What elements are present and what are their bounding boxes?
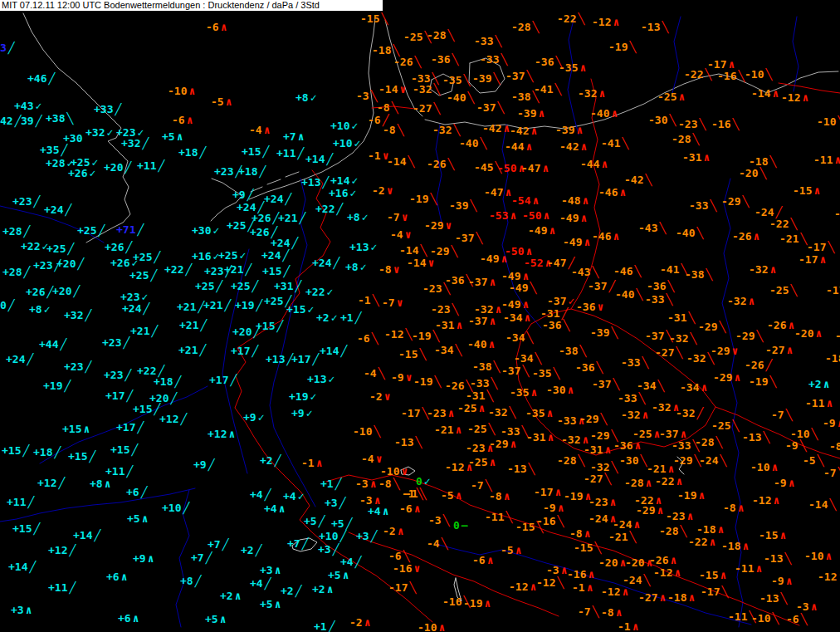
pressure-tendency-value: -10	[168, 85, 187, 97]
tendency-characteristic-icon: ∧	[815, 327, 822, 340]
pressure-tendency-value: -9	[391, 371, 404, 384]
station-report: -10╲	[790, 429, 818, 439]
pressure-tendency-value: -37	[588, 280, 607, 292]
pressure-tendency-value: -18	[372, 44, 391, 56]
tendency-characteristic-icon: ∧	[383, 505, 389, 517]
pressure-tendency-value: -29	[698, 321, 717, 333]
tendency-characteristic-icon: ╲	[642, 356, 648, 369]
pressure-tendency-value: -38	[559, 345, 578, 357]
pressure-tendency-value: -19	[677, 489, 696, 502]
tendency-characteristic-icon: ∧	[613, 230, 619, 243]
tendency-characteristic-icon: ╲	[419, 348, 426, 360]
tendency-characteristic-icon: ╱	[141, 486, 148, 498]
pressure-tendency-value: -32	[590, 461, 609, 473]
tendency-characteristic-icon: ∧	[26, 604, 32, 616]
tendency-characteristic-icon: ╲	[594, 541, 601, 554]
pressure-tendency-value: -15	[360, 12, 379, 25]
station-report: +9✓	[243, 412, 264, 423]
pressure-tendency-value: +9	[193, 458, 207, 471]
tendency-characteristic-icon: ╱	[137, 223, 144, 236]
pressure-tendency-value: +9	[232, 189, 246, 201]
pressure-tendency-value: -53	[489, 209, 508, 222]
tendency-characteristic-icon: ╱	[371, 530, 378, 542]
station-report: -1∧	[618, 621, 638, 632]
station-report: +4╱	[250, 578, 271, 589]
station-report: +11╱	[276, 148, 304, 159]
station-report: +3╱	[325, 497, 345, 508]
pressure-tendency-value: -10	[804, 550, 823, 562]
pressure-tendency-value: -5	[803, 454, 816, 467]
tendency-characteristic-icon: ✓	[354, 137, 360, 149]
tendency-characteristic-icon: ╲	[699, 118, 706, 130]
pressure-tendency-value: -25	[657, 91, 676, 103]
pressure-tendency-value: -8	[377, 101, 390, 114]
pressure-tendency-value: -27	[413, 102, 432, 115]
station-report: -49∧	[480, 253, 507, 264]
pressure-tendency-value: +25	[133, 251, 152, 263]
station-report: -41╲	[601, 138, 628, 149]
station-report: -1	[834, 208, 840, 219]
station-report: +21╱	[203, 300, 231, 311]
pressure-tendency-value: -2	[349, 616, 363, 629]
tendency-characteristic-icon: ╱	[151, 325, 158, 337]
station-report: +28╱	[2, 267, 30, 277]
pressure-tendency-value: -37	[547, 295, 566, 307]
station-report: -17	[826, 285, 840, 296]
tendency-characteristic-icon: ╲	[392, 101, 398, 114]
station-report: +8╱	[180, 576, 201, 586]
tendency-characteristic-icon: ∧	[142, 512, 149, 525]
pressure-tendency-value: -17	[807, 241, 826, 253]
tendency-characteristic-icon: ╲	[784, 552, 791, 565]
pressure-tendency-value: +15	[286, 303, 305, 316]
pressure-tendency-value: +2	[220, 590, 233, 602]
station-report: +26╱	[26, 287, 53, 297]
pressure-tendency-value: -16	[717, 70, 736, 82]
tendency-characteristic-icon: ╱	[64, 380, 71, 392]
pressure-tendency-value: -29	[489, 438, 508, 450]
tendency-characteristic-icon: ∧	[667, 463, 674, 475]
tendency-characteristic-icon: ╲	[593, 605, 599, 618]
pressure-tendency-value: -36	[613, 439, 632, 452]
station-report: -9╲	[785, 440, 806, 451]
pressure-tendency-value: +7	[287, 537, 300, 550]
station-report: +5∧	[162, 131, 183, 142]
pressure-tendency-value: -33	[672, 439, 691, 452]
tendency-characteristic-icon: ╱	[180, 413, 187, 425]
tendency-characteristic-icon: ╲	[420, 244, 427, 257]
tendency-characteristic-icon: ╱	[22, 444, 29, 457]
pressure-tendency-value: -16	[536, 515, 555, 527]
pressure-tendency-value: +10	[319, 530, 338, 542]
tendency-characteristic-icon: ╱	[222, 538, 229, 551]
tendency-characteristic-icon: ∧	[510, 209, 516, 222]
river	[722, 179, 743, 627]
station-report: +3╱	[318, 544, 339, 555]
pressure-tendency-value: -47	[547, 257, 566, 269]
station-report: -25╲	[467, 424, 495, 434]
station-report: -26∧	[732, 231, 759, 242]
station-report: -32╲	[432, 125, 460, 135]
pressure-tendency-value: +21	[130, 325, 149, 337]
tendency-characteristic-icon: ╲	[611, 326, 618, 339]
tendency-characteristic-icon: ╱	[23, 225, 30, 238]
station-report: -32∧	[727, 296, 755, 306]
tendency-characteristic-icon: ╱	[77, 257, 84, 270]
station-report: -39╲	[590, 327, 618, 338]
tendency-characteristic-icon: ∧	[670, 554, 676, 566]
pressure-tendency-value: -23	[678, 118, 697, 130]
pressure-tendency-value: -35	[559, 61, 578, 74]
tendency-characteristic-icon: ╲	[398, 124, 404, 136]
station-report: -6∧	[472, 555, 493, 566]
tendency-characteristic-icon: ∧	[619, 186, 626, 198]
tendency-characteristic-icon: ╲	[828, 241, 834, 253]
pressure-tendency-value: -28	[624, 477, 643, 489]
station-report: -38╲	[559, 345, 586, 356]
tendency-characteristic-icon: ╲	[408, 155, 414, 168]
tendency-characteristic-icon: ╱	[265, 577, 271, 590]
pressure-tendency-value: -38	[472, 360, 491, 373]
tendency-characteristic-icon: ╱	[206, 551, 212, 564]
river	[793, 17, 798, 91]
station-report: -7∨	[387, 212, 408, 223]
tendency-characteristic-icon: ╱	[125, 369, 131, 381]
station-report: +17╱	[209, 375, 237, 385]
pressure-tendency-value: -32	[686, 352, 706, 365]
